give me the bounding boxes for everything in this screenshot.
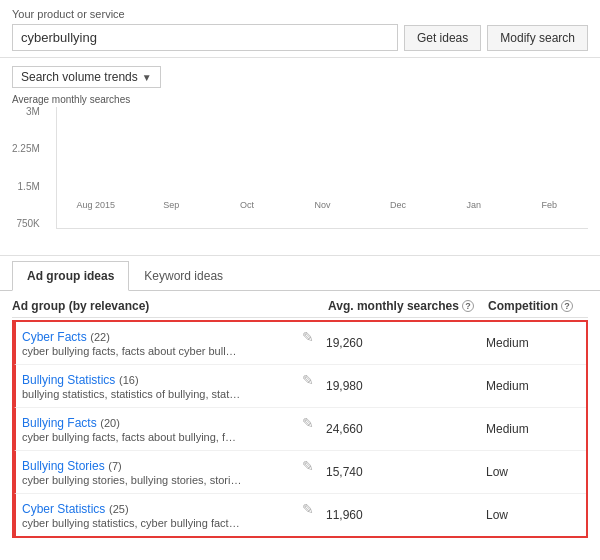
bar-group: Jan [439, 197, 509, 210]
row-title-link[interactable]: Cyber Statistics [22, 502, 105, 516]
bar-group: Feb [514, 197, 584, 210]
search-row: Get ideas Modify search [12, 24, 588, 51]
table-row: Cyber Facts (22) cyber bullying facts, f… [14, 322, 586, 365]
row-monthly: 24,660 [326, 422, 486, 436]
tab-keyword[interactable]: Keyword ideas [129, 261, 238, 291]
row-title-line: Cyber Facts (22) [22, 329, 294, 344]
bar-group: Nov [288, 197, 358, 210]
bar-label: Nov [315, 200, 331, 210]
row-keywords: cyber bullying facts, facts about cyber … [22, 345, 242, 357]
bar-group: Dec [363, 197, 433, 210]
modify-search-button[interactable]: Modify search [487, 25, 588, 51]
table-section: Ad group (by relevance) Avg. monthly sea… [0, 291, 600, 538]
y-axis-label: 3M [26, 107, 40, 117]
col-group-header: Ad group (by relevance) [12, 299, 328, 313]
row-count: (7) [108, 460, 121, 472]
bars-container: Aug 2015SepOctNovDecJanFeb [57, 107, 588, 210]
table-row: Bullying Facts (20) cyber bullying facts… [14, 408, 586, 451]
row-left: Bullying Statistics (16) bullying statis… [16, 372, 326, 400]
row-competition: Low [486, 465, 586, 479]
row-monthly: 19,260 [326, 336, 486, 350]
chart-inner: Aug 2015SepOctNovDecJanFeb [56, 107, 588, 229]
row-left: Cyber Statistics (25) cyber bullying sta… [16, 501, 326, 529]
table-row: Bullying Statistics (16) bullying statis… [14, 365, 586, 408]
competition-info-icon[interactable]: ? [561, 300, 573, 312]
tabs-section: Ad group ideasKeyword ideas [0, 260, 600, 291]
get-ideas-button[interactable]: Get ideas [404, 25, 481, 51]
top-section: Your product or service Get ideas Modify… [0, 0, 600, 58]
row-chart-icon[interactable]: ✎ [298, 415, 318, 431]
rows-wrapper: Cyber Facts (22) cyber bullying facts, f… [12, 320, 588, 538]
y-axis-label: 750K [16, 219, 39, 229]
table-row: Cyber Statistics (25) cyber bullying sta… [14, 494, 586, 536]
row-count: (20) [100, 417, 120, 429]
bar-label: Feb [542, 200, 558, 210]
row-text: Bullying Statistics (16) bullying statis… [22, 372, 294, 400]
row-text: Cyber Statistics (25) cyber bullying sta… [22, 501, 294, 529]
row-keywords: cyber bullying statistics, cyber bullyin… [22, 517, 242, 529]
row-text: Bullying Stories (7) cyber bullying stor… [22, 458, 294, 486]
product-label: Your product or service [12, 8, 588, 20]
bar-label: Oct [240, 200, 254, 210]
row-title-link[interactable]: Bullying Stories [22, 459, 105, 473]
row-chart-icon[interactable]: ✎ [298, 372, 318, 388]
row-title-link[interactable]: Cyber Facts [22, 330, 87, 344]
row-competition: Low [486, 508, 586, 522]
chart-dropdown[interactable]: Search volume trends ▼ [12, 66, 161, 88]
chart-dropdown-label: Search volume trends [21, 70, 138, 84]
row-text: Bullying Facts (20) cyber bullying facts… [22, 415, 294, 443]
bar-label: Aug 2015 [77, 200, 116, 210]
row-left: Bullying Stories (7) cyber bullying stor… [16, 458, 326, 486]
row-left: Cyber Facts (22) cyber bullying facts, f… [16, 329, 326, 357]
bar-group: Aug 2015 [61, 197, 131, 210]
row-title-link[interactable]: Bullying Facts [22, 416, 97, 430]
y-axis-label: 2.25M [12, 144, 40, 154]
y-axis-label: 1.5M [18, 182, 40, 192]
row-chart-icon[interactable]: ✎ [298, 458, 318, 474]
chart-section: Search volume trends ▼ Average monthly s… [0, 58, 600, 256]
row-chart-icon[interactable]: ✎ [298, 329, 318, 345]
row-competition: Medium [486, 422, 586, 436]
y-axis-labels: 3M2.25M1.5M750K [12, 107, 44, 229]
col-competition-header: Competition ? [488, 299, 588, 313]
row-title-line: Bullying Statistics (16) [22, 372, 294, 387]
row-left: Bullying Facts (20) cyber bullying facts… [16, 415, 326, 443]
row-chart-icon[interactable]: ✎ [298, 501, 318, 517]
bar-label: Sep [163, 200, 179, 210]
bar-group: Oct [212, 197, 282, 210]
row-competition: Medium [486, 379, 586, 393]
row-title-link[interactable]: Bullying Statistics [22, 373, 115, 387]
row-count: (25) [109, 503, 129, 515]
bar-group: Sep [137, 197, 207, 210]
row-competition: Medium [486, 336, 586, 350]
row-title-line: Bullying Stories (7) [22, 458, 294, 473]
row-text: Cyber Facts (22) cyber bullying facts, f… [22, 329, 294, 357]
row-keywords: cyber bullying stories, bullying stories… [22, 474, 242, 486]
bar-label: Dec [390, 200, 406, 210]
bar-label: Jan [466, 200, 481, 210]
row-monthly: 11,960 [326, 508, 486, 522]
col-monthly-header: Avg. monthly searches ? [328, 299, 488, 313]
tab-ad-group[interactable]: Ad group ideas [12, 261, 129, 291]
chevron-down-icon: ▼ [142, 72, 152, 83]
avg-monthly-label: Average monthly searches [12, 94, 588, 105]
chart-area: 3M2.25M1.5M750K Aug 2015SepOctNovDecJanF… [12, 107, 588, 247]
row-count: (22) [90, 331, 110, 343]
table-row: Bullying Stories (7) cyber bullying stor… [14, 451, 586, 494]
row-monthly: 15,740 [326, 465, 486, 479]
row-keywords: cyber bullying facts, facts about bullyi… [22, 431, 242, 443]
row-keywords: bullying statistics, statistics of bully… [22, 388, 242, 400]
row-monthly: 19,980 [326, 379, 486, 393]
search-input[interactable] [12, 24, 398, 51]
row-title-line: Cyber Statistics (25) [22, 501, 294, 516]
table-header: Ad group (by relevance) Avg. monthly sea… [12, 291, 588, 318]
monthly-info-icon[interactable]: ? [462, 300, 474, 312]
row-title-line: Bullying Facts (20) [22, 415, 294, 430]
row-count: (16) [119, 374, 139, 386]
